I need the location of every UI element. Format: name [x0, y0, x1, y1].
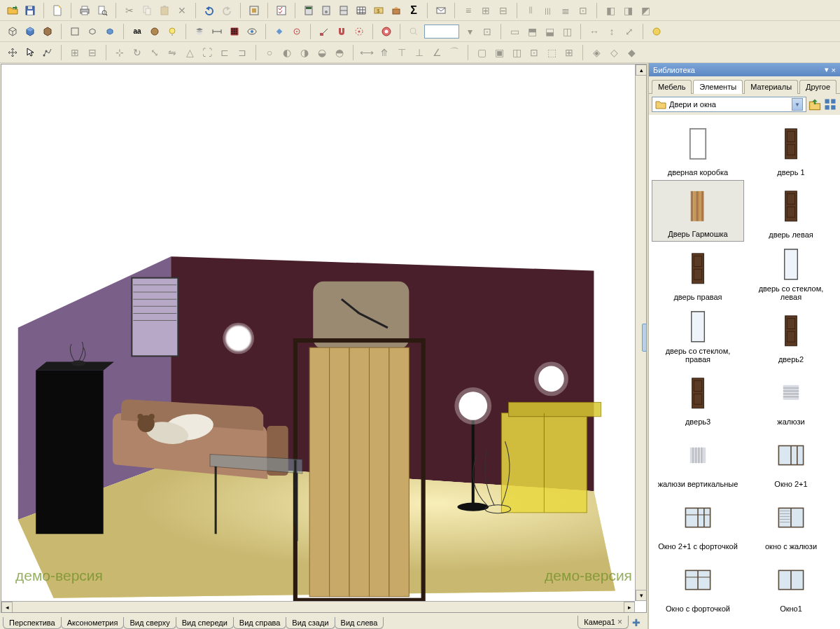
- camera-tab[interactable]: Камера1 ×: [578, 616, 629, 629]
- grid-icon[interactable]: [226, 23, 243, 40]
- tab-materials[interactable]: Материалы: [744, 80, 798, 94]
- save-icon[interactable]: [22, 2, 38, 19]
- tab-other[interactable]: Другое: [799, 80, 836, 94]
- svg-rect-105: [699, 191, 701, 221]
- delete-icon: ✕: [174, 2, 190, 19]
- category-combo[interactable]: Двери и окна ▼: [652, 97, 806, 112]
- library-item[interactable]: окно с жалюзи: [745, 492, 837, 553]
- library-item[interactable]: жалюзи: [745, 367, 837, 429]
- move-icon[interactable]: [4, 44, 21, 61]
- svg-text:$: $: [377, 8, 380, 14]
- view-tab-perspective[interactable]: Перспектива: [3, 617, 62, 629]
- library-item[interactable]: дверь2: [745, 305, 837, 366]
- scrollbar-horizontal[interactable]: ◂ ▸: [1, 601, 635, 612]
- library-item[interactable]: Окно с форточкой: [652, 554, 744, 616]
- close-camera-tab-icon[interactable]: ×: [617, 617, 622, 627]
- library-item[interactable]: Окно 2+1: [745, 429, 837, 491]
- svg-rect-91: [509, 402, 601, 416]
- library-item[interactable]: дверь 1: [745, 118, 837, 179]
- tool-a-icon[interactable]: [246, 2, 262, 19]
- library-item[interactable]: Окно 2+1 с форточкой: [652, 492, 744, 553]
- text-icon[interactable]: aа: [129, 23, 146, 40]
- zoom-input[interactable]: [424, 25, 459, 39]
- library-item[interactable]: Окно1: [745, 554, 837, 616]
- view-shaded-icon[interactable]: [22, 23, 38, 40]
- view-tab-axonometry[interactable]: Аксонометрия: [61, 617, 125, 629]
- view-tab-back[interactable]: Вид сзади: [286, 617, 335, 629]
- undo-icon[interactable]: [201, 2, 218, 19]
- item-thumbnail-icon: [654, 432, 741, 478]
- snap-2-icon[interactable]: [288, 23, 305, 40]
- item-thumbnail-icon: [748, 557, 834, 603]
- view-mode-icon[interactable]: [823, 97, 837, 111]
- magnet-icon[interactable]: [333, 23, 350, 40]
- item-thumbnail-icon: [654, 307, 741, 345]
- snap-1-icon[interactable]: [271, 23, 288, 40]
- paste-icon: [156, 2, 173, 19]
- panel-splitter-icon[interactable]: [642, 324, 647, 352]
- checklist-icon[interactable]: [273, 2, 290, 19]
- library-item[interactable]: дверь со стеклом, правая: [652, 305, 744, 366]
- materials-icon[interactable]: [388, 2, 405, 19]
- help-icon[interactable]: [378, 23, 395, 40]
- print-preview-icon[interactable]: [94, 2, 111, 19]
- item-thumbnail-icon: [654, 370, 741, 416]
- print-icon[interactable]: [76, 2, 93, 19]
- calc-3-icon[interactable]: [335, 2, 352, 19]
- edit-points-icon[interactable]: [39, 44, 56, 61]
- watermark-right: демо-версия: [545, 567, 632, 584]
- library-item[interactable]: дверная коробка: [652, 118, 744, 179]
- calc-1-icon[interactable]: [300, 2, 317, 19]
- svg-point-34: [251, 30, 253, 33]
- proj-3-icon[interactable]: [102, 23, 118, 40]
- library-item[interactable]: жалюзи вертикальные: [652, 429, 744, 491]
- library-item[interactable]: дверь со стеклом, левая: [745, 242, 837, 304]
- up-folder-icon[interactable]: [808, 97, 822, 111]
- view-textured-icon[interactable]: [39, 23, 56, 40]
- render-icon[interactable]: [648, 23, 665, 40]
- svg-line-45: [415, 33, 417, 35]
- snap-endpoint-icon[interactable]: [316, 23, 332, 40]
- library-item[interactable]: дверь3: [652, 367, 744, 429]
- tab-furniture[interactable]: Мебель: [652, 80, 692, 94]
- tab-elements[interactable]: Элементы: [693, 80, 743, 94]
- library-item[interactable]: дверь левая: [745, 180, 837, 242]
- new-page-icon[interactable]: [49, 2, 66, 19]
- svg-rect-102: [691, 191, 694, 221]
- panel-menu-icon[interactable]: ▾: [825, 65, 829, 74]
- library-item[interactable]: дверь правая: [652, 242, 744, 304]
- snap-center-icon[interactable]: [351, 23, 368, 40]
- t-scale-icon: ⤡: [146, 44, 163, 61]
- light-icon[interactable]: [164, 23, 181, 40]
- dimension-icon[interactable]: [209, 23, 225, 40]
- view-tab-left[interactable]: Вид слева: [335, 617, 384, 629]
- calc-2-icon[interactable]: [318, 2, 335, 19]
- svg-point-28: [169, 28, 175, 34]
- select-icon[interactable]: [22, 44, 38, 61]
- view-wire-icon[interactable]: [4, 23, 21, 40]
- mail-icon[interactable]: [433, 2, 449, 19]
- table-icon[interactable]: [353, 2, 370, 19]
- view-tab-right[interactable]: Вид справа: [233, 617, 287, 629]
- sum-icon[interactable]: Σ: [405, 2, 422, 19]
- item-label: Окно1: [780, 603, 802, 613]
- furn-4-icon: ⊡: [526, 44, 542, 61]
- item-label: дверь3: [685, 416, 710, 426]
- viewport-3d[interactable]: демо-версия демо-версия ▴ ▾ ◂ ▸: [1, 64, 647, 613]
- visibility-icon[interactable]: [244, 23, 260, 40]
- materials-ball-icon[interactable]: [146, 23, 163, 40]
- item-thumbnail-icon: [655, 184, 741, 228]
- view-tab-front[interactable]: Вид спереди: [176, 617, 234, 629]
- svg-point-70: [223, 323, 254, 354]
- proj-1-icon[interactable]: [66, 23, 83, 40]
- panel-close-icon[interactable]: ×: [832, 66, 836, 74]
- item-thumbnail-icon: [654, 495, 741, 541]
- cost-icon[interactable]: $: [370, 2, 387, 19]
- dropdown-arrow-icon[interactable]: ▼: [792, 98, 803, 111]
- library-item[interactable]: Дверь Гармошка: [652, 180, 744, 242]
- open-icon[interactable]: [4, 2, 21, 19]
- add-view-tab-icon[interactable]: ✚: [631, 617, 642, 628]
- view-tab-top[interactable]: Вид сверху: [123, 617, 176, 629]
- proj-2-icon[interactable]: [84, 23, 101, 40]
- layer-icon[interactable]: [191, 23, 208, 40]
